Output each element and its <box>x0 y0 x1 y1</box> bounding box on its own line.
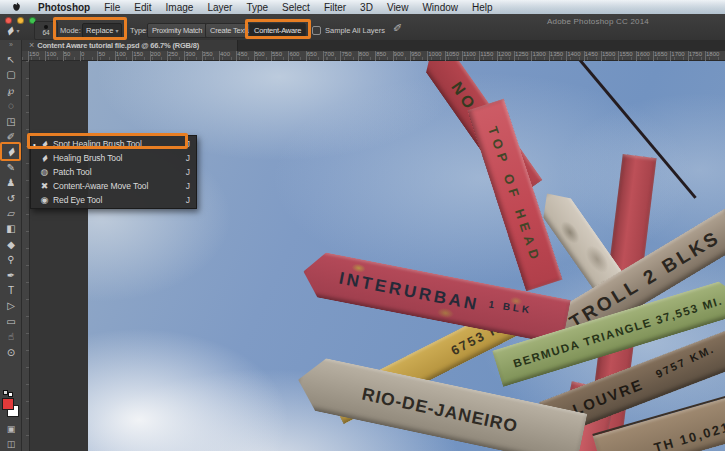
brush-size-value: 64 <box>42 30 49 36</box>
document-canvas[interactable]: NOOGIE TOP OF HEAD TROLL 2 BLKS 6753 KM … <box>88 61 725 451</box>
lasso-tool[interactable]: ℘ <box>0 83 22 98</box>
move-tool[interactable]: ↖ <box>0 52 22 67</box>
flyout-item-content-aware-move-tool[interactable]: ✖Content-Aware Move ToolJ <box>31 179 196 193</box>
ruler-label: 150 <box>29 51 39 57</box>
quick-selection-tool[interactable]: ◌ <box>0 98 22 113</box>
ruler-label: 100 <box>116 51 126 57</box>
brush-tool-icon: ✎ <box>7 162 15 173</box>
mode-value: Replace <box>86 26 114 35</box>
menu-help[interactable]: Help <box>465 2 500 13</box>
ruler-label: 850 <box>376 51 386 57</box>
ruler-label: 1100 <box>463 51 476 57</box>
gradient-tool[interactable]: ◧ <box>0 221 22 236</box>
sample-all-layers-checkbox[interactable] <box>312 26 321 35</box>
ruler-label: 400 <box>220 51 230 57</box>
path-selection-tool[interactable]: ▷ <box>0 298 22 313</box>
tool-patch-tool-icon: ◍ <box>38 167 51 177</box>
menu-photoshop[interactable]: Photoshop <box>31 2 97 13</box>
eyedropper-tool-icon: ✐ <box>7 131 15 142</box>
spot-healing-brush-tool-icon: ▰ <box>3 144 18 159</box>
marquee-tool[interactable]: ▢ <box>0 67 22 82</box>
menu-3d[interactable]: 3D <box>353 2 380 13</box>
flyout-item-healing-brush-tool[interactable]: ▰Healing Brush ToolJ <box>31 151 196 165</box>
hand-tool-icon: ☝ <box>8 331 14 342</box>
mode-label: Mode: <box>60 26 81 35</box>
dodge-tool[interactable]: ⚲ <box>0 252 22 267</box>
default-swatches-icon[interactable] <box>3 390 19 397</box>
ruler-label: 700 <box>324 51 334 57</box>
spot-healing-brush-tool[interactable]: ▰ <box>0 144 22 159</box>
shortcut-key: J <box>186 167 196 177</box>
window-title: Adobe Photoshop CC 2014 <box>547 17 649 26</box>
gradient-tool-icon: ◧ <box>6 223 15 234</box>
screen-mode-button[interactable]: ◫ <box>0 439 22 449</box>
menu-select[interactable]: Select <box>275 2 317 13</box>
flyout-item-spot-healing-brush-tool[interactable]: •▰Spot Healing Brush ToolJ <box>31 137 196 151</box>
shortcut-key: J <box>186 153 196 163</box>
brush-preset-picker[interactable]: 64 <box>34 21 58 40</box>
history-brush-tool[interactable]: ↺ <box>0 191 22 206</box>
pen-tool[interactable]: ✒ <box>0 268 22 283</box>
menu-type[interactable]: Type <box>239 2 275 13</box>
flyout-item-patch-tool[interactable]: ◍Patch ToolJ <box>31 165 196 179</box>
dropdown-arrows-icon: ▾ <box>116 27 119 34</box>
marquee-tool-icon: ▢ <box>6 69 15 80</box>
apple-icon[interactable] <box>0 2 31 13</box>
title-options-bar: Adobe Photoshop CC 2014 ▰ ▾ 64 Mode: Rep… <box>0 14 725 40</box>
collapse-panel-icon[interactable]: » <box>0 41 22 48</box>
eraser-tool[interactable]: ▱ <box>0 206 22 221</box>
flyout-item-label: Healing Brush Tool <box>51 153 186 163</box>
quick-mask-button[interactable]: ▣ <box>0 424 22 434</box>
ruler-label: 1750 <box>689 51 702 57</box>
ruler-label: 1550 <box>619 51 632 57</box>
eyedropper-tool[interactable]: ✐ <box>0 129 22 144</box>
menu-edit[interactable]: Edit <box>127 2 158 13</box>
menu-filter[interactable]: Filter <box>317 2 353 13</box>
horizontal-ruler: 1501005005010015020025030035040045050055… <box>22 51 725 61</box>
flyout-item-red-eye-tool[interactable]: ◉Red Eye ToolJ <box>31 193 196 207</box>
menu-image[interactable]: Image <box>159 2 201 13</box>
mode-dropdown[interactable]: Replace ▾ <box>82 23 122 38</box>
document-tab[interactable]: × Content Aware tutorial file.psd @ 66.7… <box>22 40 238 51</box>
flyout-item-label: Spot Healing Brush Tool <box>51 139 186 149</box>
brush-tool[interactable]: ✎ <box>0 160 22 175</box>
close-tab-icon[interactable]: × <box>29 41 34 50</box>
menu-window[interactable]: Window <box>415 2 465 13</box>
flyout-item-label: Patch Tool <box>51 167 186 177</box>
ruler-label: 1200 <box>498 51 511 57</box>
blur-tool-icon: ◆ <box>7 239 15 250</box>
content-aware-button[interactable]: Content-Aware <box>249 23 306 38</box>
crop-tool[interactable]: ◳ <box>0 114 22 129</box>
ruler-label: 1350 <box>550 51 563 57</box>
ruler-label: 600 <box>289 51 299 57</box>
quick-selection-tool-icon: ◌ <box>8 100 14 111</box>
ruler-label: 800 <box>359 51 369 57</box>
shape-tool-icon: ▭ <box>6 316 15 327</box>
ruler-label: 1500 <box>602 51 615 57</box>
tools-panel: » ▣ ◫ ↖▢℘◌◳✐▰✎♟↺▱◧◆⚲✒T▷▭☝⊙ <box>0 40 22 451</box>
macos-menu-bar: PhotoshopFileEditImageLayerTypeSelectFil… <box>0 0 725 14</box>
type-label: Type: <box>130 26 148 35</box>
proximity-match-button[interactable]: Proximity Match <box>147 23 207 38</box>
menu-view[interactable]: View <box>380 2 416 13</box>
photoshop-window: PhotoshopFileEditImageLayerTypeSelectFil… <box>0 0 725 451</box>
current-tool-icon[interactable]: ▰ ▾ <box>6 23 30 38</box>
foreground-color-swatch[interactable] <box>2 398 14 410</box>
type-tool[interactable]: T <box>0 283 22 298</box>
flyout-item-label: Content-Aware Move Tool <box>51 181 186 191</box>
zoom-tool[interactable]: ⊙ <box>0 345 22 360</box>
ruler-label: 950 <box>411 51 421 57</box>
pasteboard <box>30 61 88 451</box>
ruler-label: 50 <box>98 51 105 57</box>
blur-tool[interactable]: ◆ <box>0 237 22 252</box>
ruler-label: 150 <box>133 51 143 57</box>
clone-stamp-tool[interactable]: ♟ <box>0 175 22 190</box>
hand-tool[interactable]: ☝ <box>0 329 22 344</box>
shape-tool[interactable]: ▭ <box>0 314 22 329</box>
menu-layer[interactable]: Layer <box>200 2 239 13</box>
ruler-label: 450 <box>237 51 247 57</box>
menu-file[interactable]: File <box>97 2 127 13</box>
pen-pressure-icon[interactable]: ✐ <box>393 22 402 35</box>
ruler-label: 1400 <box>567 51 580 57</box>
dodge-tool-icon: ⚲ <box>7 254 14 265</box>
